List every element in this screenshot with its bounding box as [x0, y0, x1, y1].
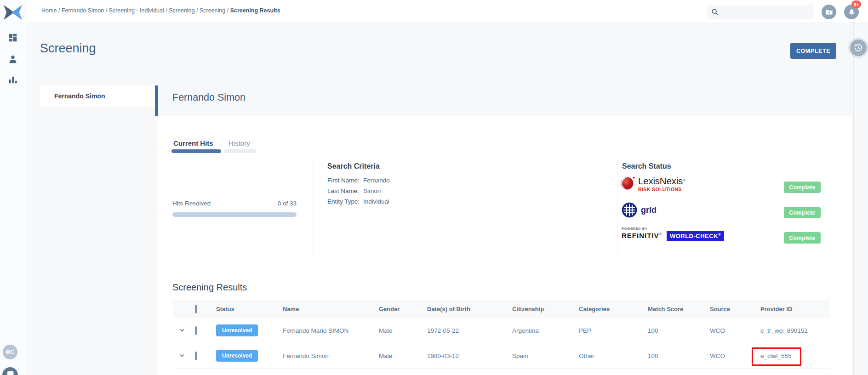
- status-badge: Unresolved: [216, 324, 258, 336]
- search-criteria-title: Search Criteria: [327, 162, 380, 170]
- sidebar: MC: [0, 0, 26, 375]
- status-badge-grid: Complete: [784, 207, 821, 218]
- global-search[interactable]: [707, 5, 814, 19]
- results-table: Status Name Gender Date(s) of Birth Citi…: [173, 300, 830, 369]
- tab-history[interactable]: History: [228, 139, 250, 147]
- highlight-rectangle: [752, 347, 801, 366]
- row-checkbox[interactable]: [195, 352, 197, 360]
- history-restore-button[interactable]: [850, 40, 867, 56]
- grid-globe-icon: [622, 202, 637, 218]
- breadcrumb-links[interactable]: Home / Fernando Simon / Screening - Indi…: [41, 7, 230, 14]
- search-status-title: Search Status: [622, 162, 671, 170]
- chat-button[interactable]: [2, 367, 18, 375]
- sidebar-item-reports[interactable]: [6, 73, 20, 87]
- add-case-button[interactable]: [822, 5, 836, 19]
- provider-worldcheck-logo: POWERED BY REFINITIV® WORLD-CHECK®: [622, 227, 724, 240]
- tab-underline-active: [171, 149, 221, 153]
- provider-lexisnexis-logo: LexisNexis® RISK SOLUTIONS: [621, 176, 685, 192]
- col-dob: Date(s) of Birth: [423, 306, 508, 312]
- complete-button[interactable]: COMPLETE: [790, 43, 836, 59]
- result-match-score: 100: [643, 352, 705, 359]
- expand-chevron-down-icon[interactable]: [173, 327, 191, 334]
- result-name-link[interactable]: Fernando Mario SIMON: [278, 327, 374, 334]
- hits-resolved-value: 0 of 33: [251, 200, 297, 207]
- hits-progress-bar: [172, 212, 297, 217]
- provider-grid-logo: grid: [622, 202, 657, 218]
- page-title: Screening: [40, 41, 96, 56]
- col-match-score: Match Score: [643, 306, 705, 312]
- status-badge-worldcheck: Complete: [784, 232, 821, 244]
- col-gender: Gender: [374, 306, 423, 312]
- tab-underline-inactive: [224, 149, 256, 153]
- sidebar-item-clients[interactable]: [6, 52, 20, 66]
- result-source: WCO: [705, 327, 756, 334]
- status-badge: Unresolved: [216, 350, 258, 362]
- row-checkbox[interactable]: [195, 326, 197, 335]
- col-citizenship: Citizenship: [508, 306, 574, 312]
- breadcrumb-current: Screening Results: [230, 7, 280, 14]
- col-name: Name: [278, 306, 374, 312]
- folder-plus-icon: [825, 8, 833, 16]
- sidebar-item-dashboard[interactable]: [6, 31, 20, 45]
- table-row[interactable]: Unresolved Fernando Mario SIMON Male 197…: [173, 318, 830, 343]
- result-provider-id: e_tr_wci_890152: [756, 327, 830, 334]
- hits-resolved-label: Hits Resolved: [172, 200, 211, 207]
- criteria-first-name: First Name: Fernando: [327, 177, 360, 184]
- result-citizenship: Spain: [508, 352, 574, 359]
- selected-accent-bar: [155, 85, 158, 116]
- expand-chevron-down-icon[interactable]: [173, 352, 191, 359]
- result-name-link[interactable]: Fernando Simon: [278, 352, 374, 359]
- table-row[interactable]: Unresolved Fernando Simon Male 1980-03-1…: [173, 343, 830, 369]
- table-header-row: Status Name Gender Date(s) of Birth Citi…: [173, 300, 830, 318]
- col-status: Status: [211, 306, 278, 312]
- result-gender: Male: [374, 352, 423, 359]
- bar-chart-icon: [8, 75, 18, 85]
- search-icon: [711, 8, 719, 16]
- entity-name-label: Fernando Simon: [54, 92, 105, 100]
- logo-x-icon: [3, 3, 23, 22]
- col-source: Source: [705, 306, 756, 312]
- screening-app: MC Home / Fernando Simon / Screening - I…: [0, 0, 868, 375]
- section-divider: [313, 159, 314, 254]
- history-clock-icon: [854, 43, 863, 52]
- detail-title: Fernando Simon: [172, 92, 246, 103]
- criteria-entity-type: Entity Type: Individual: [327, 198, 360, 205]
- tab-current-hits[interactable]: Current Hits: [173, 139, 213, 147]
- entity-list-item[interactable]: Fernando Simon: [40, 85, 155, 107]
- result-source: WCO: [705, 352, 756, 359]
- person-icon: [8, 54, 18, 64]
- col-categories: Categories: [574, 306, 643, 312]
- bell-icon: [848, 8, 856, 16]
- result-dob: 1972-05-22: [423, 327, 508, 334]
- section-divider: [617, 159, 617, 254]
- lexisnexis-globe-icon: [621, 176, 635, 190]
- criteria-last-name: Last Name: Simon: [327, 188, 359, 194]
- status-badge-lexisnexis: Complete: [784, 182, 821, 193]
- user-avatar[interactable]: MC: [3, 345, 17, 359]
- result-gender: Male: [374, 327, 423, 334]
- search-input[interactable]: [722, 9, 807, 16]
- result-dob: 1980-03-12: [423, 352, 508, 359]
- col-provider-id: Provider ID: [756, 306, 830, 312]
- panel-edge-divider: [853, 22, 854, 375]
- result-match-score: 100: [643, 327, 705, 334]
- notification-count-badge: 9+: [851, 0, 861, 8]
- dashboard-icon: [8, 33, 18, 43]
- result-categories: PEP: [574, 327, 643, 334]
- breadcrumb[interactable]: Home / Fernando Simon / Screening - Indi…: [41, 7, 280, 14]
- app-logo[interactable]: [3, 3, 23, 22]
- top-bar: Home / Fernando Simon / Screening - Indi…: [26, 0, 868, 22]
- result-categories: Other: [574, 352, 643, 359]
- select-all-checkbox[interactable]: [195, 305, 197, 313]
- detail-card: Current Hits History Hits Resolved 0 of …: [158, 116, 852, 375]
- chat-icon: [6, 370, 14, 375]
- results-title: Screening Results: [172, 282, 247, 293]
- result-citizenship: Argentina: [508, 327, 574, 334]
